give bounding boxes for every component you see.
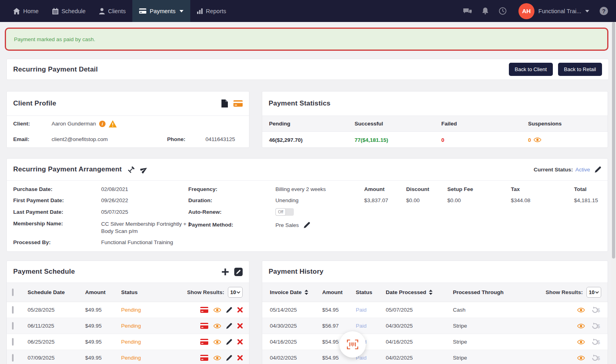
chat-icon[interactable] bbox=[463, 8, 472, 14]
edit-icon[interactable] bbox=[226, 307, 232, 313]
info-icon[interactable]: i bbox=[99, 121, 106, 127]
edit-icon[interactable] bbox=[226, 339, 232, 345]
nav-items: Home Schedule Clients Payments Report bbox=[6, 0, 233, 22]
barcode-scan-button[interactable] bbox=[339, 331, 366, 358]
col-schedule-date: Schedule Date bbox=[28, 289, 85, 295]
totals-value: $0.00 bbox=[406, 197, 420, 203]
field-value: Unending bbox=[275, 197, 299, 203]
col-processed-through: Processed Through bbox=[453, 289, 539, 295]
nav-item-schedule[interactable]: Schedule bbox=[46, 0, 92, 22]
arrangement-title: Recurring Payment Arrangement bbox=[13, 165, 122, 173]
bell-icon[interactable] bbox=[482, 8, 488, 14]
eye-icon[interactable] bbox=[577, 308, 585, 312]
edit-status-icon[interactable] bbox=[595, 166, 601, 173]
credit-card-icon bbox=[139, 8, 146, 14]
sort-icon[interactable] bbox=[429, 290, 433, 295]
delete-icon[interactable] bbox=[237, 323, 243, 328]
edit-payment-method-icon[interactable] bbox=[304, 222, 310, 228]
eye-icon[interactable] bbox=[534, 137, 541, 142]
history-row: 04/30/2025 $56.97 Paid 04/30/2025 Stripe… bbox=[262, 318, 608, 334]
back-to-retail-button[interactable]: Back to Retail bbox=[558, 63, 602, 76]
charge-card-icon[interactable] bbox=[200, 323, 208, 329]
eye-icon[interactable] bbox=[213, 340, 221, 344]
totals-header: Total bbox=[574, 186, 586, 192]
date-processed: 04/30/2025 bbox=[386, 323, 453, 329]
stats-suspensions-value: 0 bbox=[528, 137, 531, 143]
warning-icon[interactable] bbox=[109, 120, 117, 127]
person-icon bbox=[99, 8, 105, 14]
gavel-icon[interactable] bbox=[128, 166, 135, 173]
invoice-date: 04/02/2025 bbox=[262, 355, 322, 361]
current-status-label: Current Status: bbox=[534, 167, 573, 173]
field-label: Processed By: bbox=[13, 239, 51, 245]
delete-icon[interactable] bbox=[237, 307, 243, 312]
edit-icon[interactable] bbox=[226, 323, 232, 329]
col-status: Status bbox=[356, 289, 386, 295]
auto-renew-toggle[interactable]: Off bbox=[275, 208, 294, 216]
history-row: 04/02/2025 $54.95 Paid 04/02/2025 Stripe… bbox=[262, 350, 608, 364]
select-all-checkbox[interactable] bbox=[12, 288, 14, 296]
email-value: client2@onefitstop.com bbox=[52, 136, 167, 142]
schedule-amount: $49.95 bbox=[85, 323, 121, 329]
field-label: Last Payment Date: bbox=[13, 209, 63, 215]
eye-icon[interactable] bbox=[213, 308, 221, 312]
field-label: Auto-Renew: bbox=[188, 209, 221, 215]
client-profile-card: Client Profile Client: Aaron Gunderman i… bbox=[6, 91, 249, 148]
eye-icon[interactable] bbox=[213, 356, 221, 360]
col-date-processed: Date Processed bbox=[386, 289, 426, 295]
show-results-select[interactable]: 10 bbox=[228, 287, 243, 298]
payment-statistics-title: Payment Statistics bbox=[269, 99, 331, 107]
totals-value: $344.08 bbox=[511, 197, 530, 203]
row-checkbox[interactable] bbox=[12, 322, 14, 330]
refund-icon[interactable]: $ bbox=[590, 322, 600, 329]
payment-card-icon[interactable] bbox=[233, 100, 243, 107]
col-invoice-date: Invoice Date bbox=[270, 289, 302, 295]
nav-item-clients[interactable]: Clients bbox=[92, 0, 132, 22]
show-results-select[interactable]: 10 bbox=[586, 287, 601, 298]
current-status-value[interactable]: Active bbox=[575, 167, 590, 173]
schedule-date: 07/09/2025 bbox=[28, 355, 85, 361]
charge-card-icon[interactable] bbox=[200, 355, 208, 361]
scrollbar-thumb[interactable] bbox=[612, 22, 615, 259]
clock-icon[interactable] bbox=[499, 7, 506, 15]
refund-icon[interactable]: $ bbox=[590, 338, 600, 345]
refund-icon[interactable]: $ bbox=[590, 306, 600, 313]
help-icon[interactable]: ? bbox=[600, 7, 608, 15]
bar-chart-icon bbox=[197, 8, 203, 14]
add-icon[interactable] bbox=[222, 269, 229, 275]
row-checkbox[interactable] bbox=[12, 338, 14, 346]
charge-card-icon[interactable] bbox=[200, 307, 208, 313]
eye-icon[interactable] bbox=[213, 324, 221, 328]
back-to-client-button[interactable]: Back to Client bbox=[509, 63, 553, 76]
refund-icon[interactable]: $ bbox=[590, 354, 600, 361]
nav-item-payments[interactable]: Payments bbox=[132, 0, 190, 22]
vertical-scrollbar[interactable] bbox=[611, 22, 616, 364]
charge-card-icon[interactable] bbox=[200, 339, 208, 345]
client-label: Client: bbox=[13, 121, 52, 127]
history-status: Paid bbox=[356, 307, 386, 313]
processed-through: Stripe bbox=[453, 355, 539, 361]
schedule-amount: $49.95 bbox=[85, 307, 121, 313]
col-amount: Amount bbox=[322, 289, 356, 295]
history-table-body: 05/14/2025 $54.95 Paid 05/07/2025 Cash $… bbox=[262, 302, 608, 364]
delete-icon[interactable] bbox=[237, 355, 243, 360]
nav-item-home[interactable]: Home bbox=[6, 0, 46, 22]
eye-icon[interactable] bbox=[577, 356, 585, 360]
schedule-table-body: 05/28/2025 $49.95 Pending 06/11/2025 $49… bbox=[7, 302, 249, 364]
nav-item-reports[interactable]: Reports bbox=[190, 0, 233, 22]
eye-icon[interactable] bbox=[577, 324, 585, 328]
sort-icon[interactable] bbox=[305, 290, 308, 295]
totals-value: $4,181.15 bbox=[574, 197, 598, 203]
edit-square-icon[interactable] bbox=[234, 268, 243, 276]
send-icon[interactable] bbox=[140, 166, 148, 173]
row-checkbox[interactable] bbox=[12, 354, 14, 362]
eye-icon[interactable] bbox=[577, 340, 585, 344]
delete-icon[interactable] bbox=[237, 339, 243, 344]
document-icon[interactable] bbox=[221, 99, 228, 107]
row-checkbox[interactable] bbox=[12, 306, 14, 314]
schedule-status: Pending bbox=[121, 355, 169, 361]
schedule-amount: $49.95 bbox=[85, 355, 121, 361]
avatar[interactable]: AH bbox=[518, 3, 534, 19]
user-menu[interactable]: Functional Trai... bbox=[538, 8, 589, 14]
edit-icon[interactable] bbox=[226, 355, 232, 361]
